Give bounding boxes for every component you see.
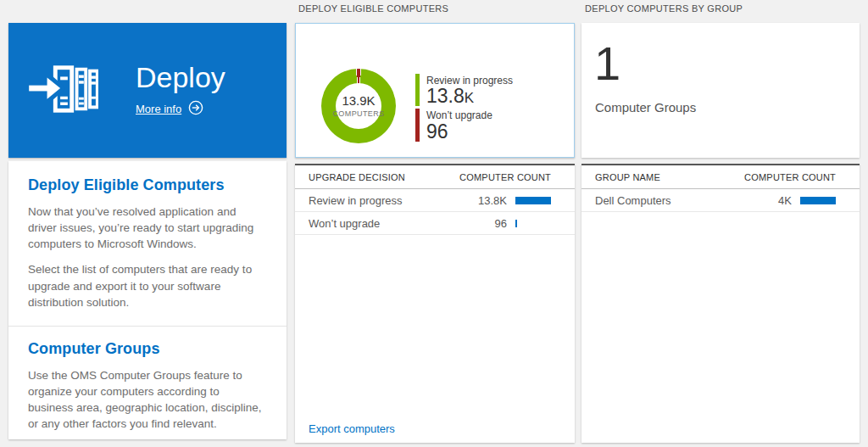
deploy-description-panel: Deploy Eligible Computers Now that you’v… — [8, 161, 287, 439]
col-computer-count: COMPUTER COUNT — [744, 172, 836, 182]
legend-item-wont-upgrade: Won’t upgrade 96 — [415, 109, 513, 141]
section-title-deploy-computers-by-group: DEPLOY COMPUTERS BY GROUP — [585, 3, 743, 14]
red-swatch — [415, 109, 420, 141]
group-table-header: GROUP NAME COMPUTER COUNT — [581, 164, 860, 189]
section-title-deploy-eligible-computers: DEPLOY ELIGIBLE COMPUTERS — [298, 3, 448, 14]
group-count-label: Computer Groups — [595, 100, 696, 115]
col-computer-count: COMPUTER COUNT — [459, 172, 551, 182]
donut-center-value: 13.9K — [342, 94, 375, 109]
computer-groups-heading: Computer Groups — [28, 327, 267, 358]
more-info-label[interactable]: More info — [136, 103, 181, 115]
computers-donut-chart: 13.9K COMPUTERS — [321, 69, 396, 143]
donut-center-label: COMPUTERS — [332, 109, 384, 118]
deploy-paragraph-2: Select the list of computers that are re… — [28, 261, 267, 310]
table-row[interactable]: Won’t upgrade 96 — [295, 212, 575, 235]
legend-item-review-in-progress: Review in progress 13.8K — [415, 74, 513, 106]
table-row[interactable]: Dell Computers 4K — [581, 189, 860, 212]
upgrade-decision-table-header: UPGRADE DECISION COMPUTER COUNT — [295, 164, 575, 189]
col-upgrade-decision: UPGRADE DECISION — [309, 172, 405, 182]
group-count-value: 1 — [594, 40, 620, 87]
computer-groups-paragraph: Use the OMS Computer Groups feature to o… — [28, 367, 267, 433]
computer-groups-summary-card[interactable]: 1 Computer Groups — [581, 23, 860, 158]
legend-value: 96 — [426, 122, 492, 142]
donut-center: 13.9K COMPUTERS — [336, 83, 381, 129]
count-bar — [515, 220, 551, 227]
table-row[interactable]: Review in progress 13.8K — [295, 189, 575, 212]
export-computers-link[interactable]: Export computers — [309, 422, 395, 435]
deploy-paragraph-1: Now that you’ve resolved application and… — [28, 204, 267, 252]
count-bar — [515, 197, 551, 204]
col-group-name: GROUP NAME — [595, 172, 660, 182]
tile-title: Deploy — [136, 63, 225, 93]
more-info-link[interactable]: More info — [136, 100, 225, 118]
eligible-computers-chart-card[interactable]: 13.9K COMPUTERS Review in progress 13.8K… — [295, 23, 575, 158]
deploy-tile[interactable]: Deploy More info — [8, 23, 287, 158]
deploy-dashboard: DEPLOY ELIGIBLE COMPUTERS DEPLOY COMPUTE… — [0, 0, 868, 447]
legend-value: 13.8K — [426, 87, 513, 106]
green-swatch — [415, 74, 420, 106]
upgrade-decision-table-panel: UPGRADE DECISION COMPUTER COUNT Review i… — [295, 164, 575, 443]
deploy-eligible-computers-heading: Deploy Eligible Computers — [28, 161, 267, 194]
donut-legend: Review in progress 13.8K Won’t upgrade 9… — [415, 74, 513, 144]
arrow-circle-icon[interactable] — [188, 100, 203, 118]
count-bar — [800, 197, 836, 204]
deploy-books-arrow-icon — [29, 60, 98, 121]
group-table-panel: GROUP NAME COMPUTER COUNT Dell Computers… — [581, 164, 860, 443]
